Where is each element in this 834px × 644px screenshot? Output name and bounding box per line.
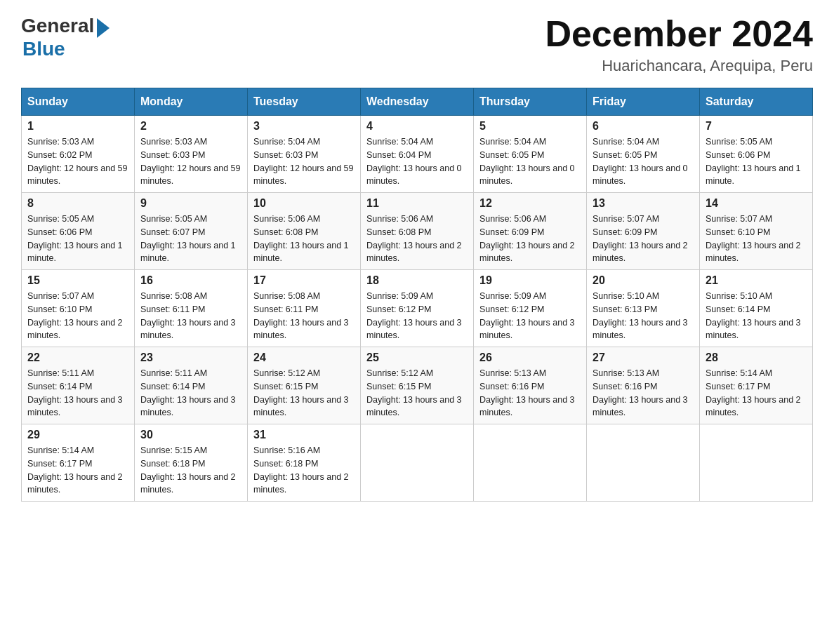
day-info: Sunrise: 5:11 AMSunset: 6:14 PMDaylight:… — [140, 368, 236, 417]
day-number: 28 — [706, 351, 807, 364]
calendar-day-cell: 23 Sunrise: 5:11 AMSunset: 6:14 PMDaylig… — [135, 347, 248, 424]
day-number: 13 — [593, 197, 694, 210]
day-info: Sunrise: 5:14 AMSunset: 6:17 PMDaylight:… — [27, 445, 123, 495]
day-number: 17 — [253, 274, 355, 287]
calendar-day-cell: 11 Sunrise: 5:06 AMSunset: 6:08 PMDaylig… — [361, 193, 474, 270]
day-info: Sunrise: 5:13 AMSunset: 6:16 PMDaylight:… — [479, 368, 575, 417]
day-info: Sunrise: 5:08 AMSunset: 6:11 PMDaylight:… — [253, 291, 349, 340]
weekday-header-wednesday: Wednesday — [361, 88, 474, 116]
day-number: 8 — [27, 197, 128, 210]
day-info: Sunrise: 5:09 AMSunset: 6:12 PMDaylight:… — [479, 291, 575, 340]
day-info: Sunrise: 5:12 AMSunset: 6:15 PMDaylight:… — [366, 368, 462, 417]
calendar-day-cell: 10 Sunrise: 5:06 AMSunset: 6:08 PMDaylig… — [248, 193, 361, 270]
logo-blue-text: Blue — [22, 38, 65, 60]
day-info: Sunrise: 5:10 AMSunset: 6:13 PMDaylight:… — [593, 291, 688, 340]
day-number: 5 — [479, 120, 581, 133]
weekday-header-thursday: Thursday — [474, 88, 587, 116]
day-number: 1 — [27, 120, 128, 133]
day-info: Sunrise: 5:04 AMSunset: 6:05 PMDaylight:… — [593, 137, 688, 186]
calendar-day-cell: 21 Sunrise: 5:10 AMSunset: 6:14 PMDaylig… — [700, 270, 813, 347]
calendar-day-cell: 12 Sunrise: 5:06 AMSunset: 6:09 PMDaylig… — [474, 193, 587, 270]
calendar-day-cell: 30 Sunrise: 5:15 AMSunset: 6:18 PMDaylig… — [135, 424, 248, 502]
day-info: Sunrise: 5:06 AMSunset: 6:08 PMDaylight:… — [253, 214, 349, 263]
calendar-day-cell — [361, 424, 474, 502]
calendar-day-cell: 24 Sunrise: 5:12 AMSunset: 6:15 PMDaylig… — [248, 347, 361, 424]
day-number: 9 — [140, 197, 241, 210]
calendar-day-cell: 8 Sunrise: 5:05 AMSunset: 6:06 PMDayligh… — [22, 193, 135, 270]
day-number: 12 — [479, 197, 581, 210]
title-block: December 2024 Huarichancara, Arequipa, P… — [545, 14, 813, 75]
day-info: Sunrise: 5:04 AMSunset: 6:03 PMDaylight:… — [253, 137, 353, 186]
day-info: Sunrise: 5:14 AMSunset: 6:17 PMDaylight:… — [706, 368, 801, 417]
day-number: 2 — [140, 120, 241, 133]
calendar-day-cell: 4 Sunrise: 5:04 AMSunset: 6:04 PMDayligh… — [361, 116, 474, 193]
calendar-day-cell: 3 Sunrise: 5:04 AMSunset: 6:03 PMDayligh… — [248, 116, 361, 193]
calendar-day-cell: 18 Sunrise: 5:09 AMSunset: 6:12 PMDaylig… — [361, 270, 474, 347]
calendar-day-cell: 27 Sunrise: 5:13 AMSunset: 6:16 PMDaylig… — [587, 347, 700, 424]
day-number: 14 — [706, 197, 807, 210]
calendar-day-cell: 1 Sunrise: 5:03 AMSunset: 6:02 PMDayligh… — [22, 116, 135, 193]
calendar-day-cell: 14 Sunrise: 5:07 AMSunset: 6:10 PMDaylig… — [700, 193, 813, 270]
calendar-day-cell: 15 Sunrise: 5:07 AMSunset: 6:10 PMDaylig… — [22, 270, 135, 347]
month-title: December 2024 — [545, 14, 813, 54]
calendar-day-cell: 22 Sunrise: 5:11 AMSunset: 6:14 PMDaylig… — [22, 347, 135, 424]
logo-general-text: General — [21, 15, 94, 37]
day-number: 24 — [253, 351, 355, 364]
weekday-header-saturday: Saturday — [700, 88, 813, 116]
calendar-week-row: 8 Sunrise: 5:05 AMSunset: 6:06 PMDayligh… — [22, 193, 813, 270]
weekday-header-monday: Monday — [135, 88, 248, 116]
calendar-day-cell: 19 Sunrise: 5:09 AMSunset: 6:12 PMDaylig… — [474, 270, 587, 347]
weekday-header-tuesday: Tuesday — [248, 88, 361, 116]
logo: General Blue — [21, 14, 110, 60]
calendar-day-cell: 29 Sunrise: 5:14 AMSunset: 6:17 PMDaylig… — [22, 424, 135, 502]
calendar-day-cell — [474, 424, 587, 502]
day-info: Sunrise: 5:04 AMSunset: 6:04 PMDaylight:… — [366, 137, 462, 186]
day-info: Sunrise: 5:03 AMSunset: 6:03 PMDaylight:… — [140, 137, 240, 186]
day-number: 10 — [253, 197, 355, 210]
page-header: General Blue December 2024 Huarichancara… — [21, 14, 813, 75]
location-title: Huarichancara, Arequipa, Peru — [545, 57, 813, 75]
day-info: Sunrise: 5:06 AMSunset: 6:09 PMDaylight:… — [479, 214, 575, 263]
day-number: 11 — [366, 197, 468, 210]
day-info: Sunrise: 5:05 AMSunset: 6:07 PMDaylight:… — [140, 214, 236, 263]
calendar-day-cell: 20 Sunrise: 5:10 AMSunset: 6:13 PMDaylig… — [587, 270, 700, 347]
logo-arrow-icon — [97, 18, 110, 38]
day-info: Sunrise: 5:05 AMSunset: 6:06 PMDaylight:… — [706, 137, 801, 186]
calendar-day-cell: 31 Sunrise: 5:16 AMSunset: 6:18 PMDaylig… — [248, 424, 361, 502]
day-info: Sunrise: 5:03 AMSunset: 6:02 PMDaylight:… — [27, 137, 127, 186]
day-number: 25 — [366, 351, 468, 364]
calendar-week-row: 22 Sunrise: 5:11 AMSunset: 6:14 PMDaylig… — [22, 347, 813, 424]
calendar-day-cell: 16 Sunrise: 5:08 AMSunset: 6:11 PMDaylig… — [135, 270, 248, 347]
day-info: Sunrise: 5:07 AMSunset: 6:10 PMDaylight:… — [27, 291, 123, 340]
day-number: 6 — [593, 120, 694, 133]
calendar-day-cell: 13 Sunrise: 5:07 AMSunset: 6:09 PMDaylig… — [587, 193, 700, 270]
calendar-day-cell: 7 Sunrise: 5:05 AMSunset: 6:06 PMDayligh… — [700, 116, 813, 193]
day-number: 18 — [366, 274, 468, 287]
day-info: Sunrise: 5:07 AMSunset: 6:10 PMDaylight:… — [706, 214, 801, 263]
day-info: Sunrise: 5:10 AMSunset: 6:14 PMDaylight:… — [706, 291, 801, 340]
day-number: 15 — [27, 274, 128, 287]
day-info: Sunrise: 5:11 AMSunset: 6:14 PMDaylight:… — [27, 368, 123, 417]
day-info: Sunrise: 5:05 AMSunset: 6:06 PMDaylight:… — [27, 214, 123, 263]
calendar-week-row: 15 Sunrise: 5:07 AMSunset: 6:10 PMDaylig… — [22, 270, 813, 347]
weekday-header-friday: Friday — [587, 88, 700, 116]
day-number: 26 — [479, 351, 581, 364]
day-info: Sunrise: 5:08 AMSunset: 6:11 PMDaylight:… — [140, 291, 236, 340]
calendar-day-cell — [587, 424, 700, 502]
day-number: 30 — [140, 429, 241, 441]
calendar-day-cell: 17 Sunrise: 5:08 AMSunset: 6:11 PMDaylig… — [248, 270, 361, 347]
calendar-week-row: 1 Sunrise: 5:03 AMSunset: 6:02 PMDayligh… — [22, 116, 813, 193]
day-info: Sunrise: 5:12 AMSunset: 6:15 PMDaylight:… — [253, 368, 349, 417]
calendar-day-cell: 25 Sunrise: 5:12 AMSunset: 6:15 PMDaylig… — [361, 347, 474, 424]
weekday-header-row: SundayMondayTuesdayWednesdayThursdayFrid… — [22, 88, 813, 116]
calendar-table: SundayMondayTuesdayWednesdayThursdayFrid… — [21, 88, 813, 502]
day-number: 23 — [140, 351, 241, 364]
day-info: Sunrise: 5:13 AMSunset: 6:16 PMDaylight:… — [593, 368, 688, 417]
calendar-day-cell: 5 Sunrise: 5:04 AMSunset: 6:05 PMDayligh… — [474, 116, 587, 193]
calendar-week-row: 29 Sunrise: 5:14 AMSunset: 6:17 PMDaylig… — [22, 424, 813, 502]
day-info: Sunrise: 5:07 AMSunset: 6:09 PMDaylight:… — [593, 214, 688, 263]
day-number: 21 — [706, 274, 807, 287]
day-number: 27 — [593, 351, 694, 364]
day-number: 16 — [140, 274, 241, 287]
calendar-day-cell: 2 Sunrise: 5:03 AMSunset: 6:03 PMDayligh… — [135, 116, 248, 193]
